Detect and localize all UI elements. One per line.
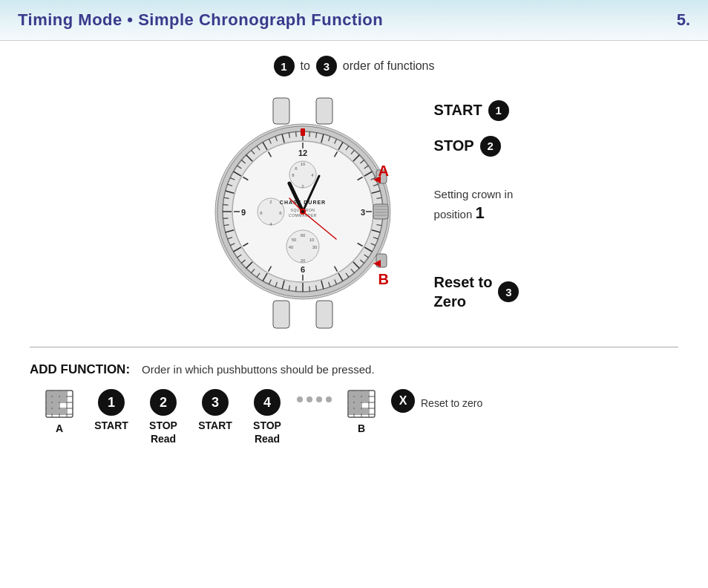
svg-rect-0 — [273, 98, 289, 124]
bottom-label-stop1: STOPRead — [149, 419, 177, 445]
svg-rect-149 — [47, 403, 51, 408]
svg-text:3: 3 — [360, 208, 364, 217]
start-label: START — [434, 102, 482, 119]
svg-rect-147 — [47, 397, 59, 402]
order-line: 1 to 3 order of functions — [30, 56, 678, 76]
svg-rect-167 — [355, 403, 361, 408]
svg-line-9 — [309, 131, 309, 137]
add-function-header: ADD FUNCTION: Order in which pushbuttons… — [30, 362, 678, 377]
svg-rect-168 — [349, 409, 361, 414]
reset-text: Reset toZero — [434, 272, 493, 311]
svg-text:10: 10 — [300, 162, 305, 166]
dot-4 — [326, 396, 332, 402]
svg-line-79 — [295, 131, 296, 137]
order-to-text: to — [301, 59, 310, 73]
reset-badge: 3 — [498, 281, 519, 302]
bottom-badge-2: 2 — [150, 389, 177, 416]
bottom-item-1: 1 START — [89, 389, 134, 432]
reset-label-row: Reset toZero 3 — [434, 272, 519, 311]
svg-rect-169 — [362, 409, 368, 414]
svg-rect-2 — [273, 301, 289, 328]
bottom-label-start2: START — [198, 419, 232, 432]
order-suffix-text: order of functions — [343, 59, 435, 73]
x-badge: X — [391, 389, 415, 413]
badge-3: 3 — [316, 56, 337, 76]
bottom-item-3: 3 START — [193, 389, 237, 432]
svg-line-61 — [223, 218, 228, 219]
svg-text:20: 20 — [300, 258, 305, 263]
label-b: B — [378, 271, 389, 288]
svg-text:12: 12 — [298, 148, 307, 157]
svg-text:6: 6 — [300, 265, 304, 274]
svg-line-63 — [223, 205, 228, 206]
svg-rect-165 — [362, 397, 368, 402]
grid-icon-b — [347, 389, 376, 419]
page-title: Timing Mode • Simple Chronograph Functio… — [18, 10, 383, 30]
svg-rect-151 — [47, 409, 59, 414]
bottom-item-a: A — [37, 389, 82, 435]
page-header: Timing Mode • Simple Chronograph Functio… — [0, 0, 708, 41]
svg-line-43 — [309, 287, 309, 292]
svg-line-45 — [295, 287, 296, 292]
svg-rect-164 — [349, 397, 361, 402]
svg-rect-166 — [349, 403, 353, 408]
svg-rect-3 — [316, 301, 332, 328]
stop-badge: 2 — [480, 136, 501, 157]
crown-label: Setting crown inposition 1 — [434, 186, 519, 225]
svg-text:9: 9 — [240, 208, 245, 217]
svg-text:30: 30 — [312, 245, 317, 249]
bottom-badge-1: 1 — [98, 389, 125, 416]
start-badge: 1 — [488, 100, 509, 121]
svg-text:10: 10 — [309, 238, 314, 242]
page-number: 5. — [677, 10, 690, 30]
svg-rect-148 — [60, 397, 66, 402]
start-label-row: START 1 — [434, 100, 519, 121]
watch-container: 12 6 9 3 10 8 2 4 6 2 8 4 6 60 — [189, 94, 419, 332]
svg-point-125 — [301, 210, 304, 213]
stop-label: STOP — [434, 137, 474, 154]
label-a: A — [378, 163, 389, 180]
svg-rect-161 — [349, 391, 353, 396]
svg-rect-1 — [316, 98, 332, 124]
svg-text:40: 40 — [288, 245, 293, 249]
bottom-badge-4: 4 — [254, 389, 281, 416]
watch-diagram: 12 6 9 3 10 8 2 4 6 2 8 4 6 60 — [189, 94, 419, 332]
svg-rect-146 — [60, 391, 66, 396]
stop-label-row: STOP 2 — [434, 136, 519, 157]
bottom-label-start1: START — [94, 419, 128, 432]
bottom-label-a: A — [56, 422, 63, 435]
dot-2 — [307, 396, 312, 402]
bottom-item-2: 2 STOPRead — [141, 389, 186, 445]
add-function-label: ADD FUNCTION: — [30, 362, 130, 377]
grid-icon-a — [45, 389, 74, 419]
bottom-label-stop2: STOPRead — [253, 419, 281, 445]
bottom-item-b: B — [339, 389, 384, 435]
bottom-badge-3: 3 — [202, 389, 229, 416]
main-content: 1 to 3 order of functions — [0, 41, 708, 460]
bottom-item-4: 4 STOPRead — [245, 389, 289, 445]
svg-rect-152 — [60, 409, 66, 414]
svg-rect-144 — [47, 391, 51, 396]
dot-3 — [316, 396, 322, 402]
bottom-sequence-row: A 1 START 2 STOPRead 3 START 4 STOPRead — [30, 389, 678, 445]
svg-rect-163 — [362, 391, 368, 396]
badge-1: 1 — [274, 56, 295, 76]
dot-1 — [297, 396, 303, 402]
svg-text:60: 60 — [300, 233, 305, 238]
add-function-desc: Order in which pushbuttons should be pre… — [142, 363, 375, 376]
section-divider — [30, 347, 678, 347]
svg-text:50: 50 — [291, 238, 296, 242]
bottom-item-x: X Reset to zero — [391, 389, 482, 413]
svg-text:CHASE DURER: CHASE DURER — [279, 200, 325, 205]
svg-rect-135 — [301, 128, 305, 136]
svg-rect-145 — [53, 391, 59, 396]
bottom-label-b: B — [358, 422, 365, 435]
svg-rect-162 — [355, 391, 361, 396]
sequence-dots — [297, 389, 332, 402]
watch-right-labels: START 1 STOP 2 Setting crown inposition … — [434, 100, 519, 312]
watch-section: 12 6 9 3 10 8 2 4 6 2 8 4 6 60 — [30, 94, 678, 332]
reset-zero-label: Reset to zero — [421, 397, 482, 409]
svg-rect-150 — [53, 403, 59, 408]
